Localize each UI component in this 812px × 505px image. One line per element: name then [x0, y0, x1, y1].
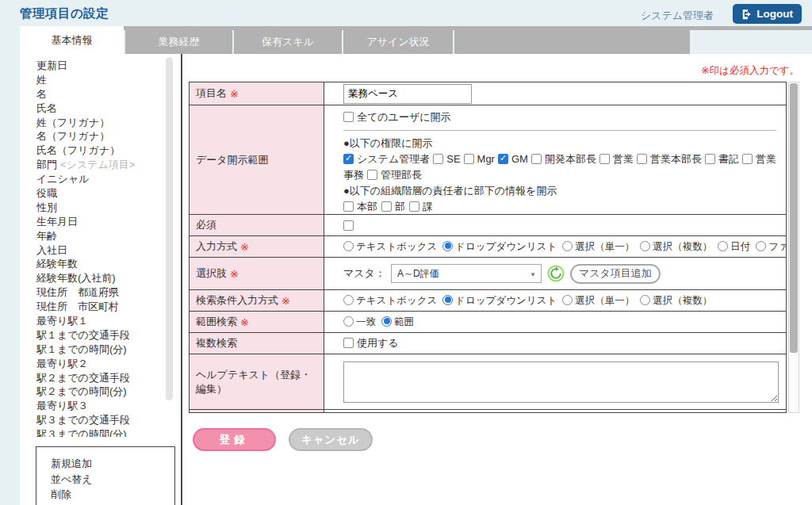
permission-option[interactable]: 書記: [705, 153, 739, 165]
checkbox[interactable]: [705, 154, 715, 164]
sidebar-item[interactable]: 経験年数(入社前): [36, 271, 162, 285]
permission-option[interactable]: GM: [498, 153, 528, 165]
sidebar-item[interactable]: 更新日: [36, 59, 162, 73]
action-item[interactable]: 並べ替え: [51, 472, 174, 488]
tab-assign-status[interactable]: アサイン状況: [343, 30, 453, 54]
sidebar-item[interactable]: 現住所 都道府県: [36, 285, 162, 300]
action-item[interactable]: 新規追加: [51, 456, 174, 472]
radio[interactable]: [640, 295, 650, 305]
radio-option[interactable]: 選択（複数）: [640, 241, 712, 252]
radio-option[interactable]: 選択（単一）: [562, 295, 634, 306]
radio-option[interactable]: ファイル: [756, 241, 787, 252]
logout-button[interactable]: Logout: [733, 4, 802, 24]
checkbox[interactable]: [343, 112, 354, 122]
checkbox[interactable]: [343, 201, 354, 212]
sidebar-item[interactable]: 名: [36, 87, 162, 101]
radio[interactable]: [442, 241, 453, 251]
radio-option[interactable]: 一致: [343, 316, 376, 327]
permission-option[interactable]: システム管理者: [343, 153, 430, 165]
sidebar-item[interactable]: 氏名（フリガナ）: [36, 143, 162, 158]
tab-basic-info[interactable]: 基本情報: [20, 26, 124, 54]
checkbox[interactable]: [498, 154, 508, 164]
checkbox[interactable]: [433, 154, 443, 164]
sidebar-item[interactable]: 駅２までの時間(分): [36, 384, 162, 399]
cancel-button[interactable]: キャンセル: [289, 428, 373, 451]
main-scrollbar[interactable]: [788, 82, 799, 413]
sidebar-item[interactable]: 経験年数: [36, 257, 162, 271]
permission-option[interactable]: 営業本部長: [637, 153, 702, 165]
permission-option[interactable]: 営業: [599, 153, 634, 165]
help-text-input[interactable]: [343, 362, 779, 403]
sidebar-item[interactable]: 名（フリガナ）: [36, 129, 162, 143]
item-name-input[interactable]: [343, 84, 472, 104]
tab-skills[interactable]: 保有スキル: [234, 30, 342, 54]
sidebar-item[interactable]: 最寄り駅１: [36, 314, 162, 328]
radio[interactable]: [343, 295, 354, 305]
tab-work-history[interactable]: 業務経歴: [125, 30, 232, 54]
checkbox[interactable]: [343, 154, 354, 164]
sidebar-item[interactable]: イニシャル: [36, 172, 162, 186]
sidebar-item[interactable]: 姓: [36, 73, 162, 87]
sidebar-item[interactable]: 最寄り駅３: [36, 399, 162, 413]
permission-option[interactable]: 開発本部長: [531, 153, 596, 165]
action-item[interactable]: 削除項目の復元: [51, 503, 174, 505]
radio[interactable]: [756, 241, 766, 251]
radio-option[interactable]: ドロップダウンリスト: [442, 241, 557, 252]
sidebar-item[interactable]: 駅１までの時間(分): [36, 342, 162, 357]
sidebar-item[interactable]: 駅３までの交通手段: [36, 413, 162, 427]
radio-option[interactable]: 選択（複数）: [640, 295, 712, 306]
sidebar-item[interactable]: 年齢: [36, 229, 162, 243]
radio[interactable]: [343, 316, 354, 327]
refresh-icon[interactable]: [547, 265, 565, 282]
action-item[interactable]: 削除: [51, 487, 174, 503]
checkbox[interactable]: [464, 154, 474, 164]
sidebar-item[interactable]: 部門<システム項目>: [36, 158, 162, 172]
checkbox[interactable]: [381, 201, 392, 212]
radio[interactable]: [718, 241, 728, 251]
submit-button[interactable]: 登録: [193, 428, 276, 451]
add-master-button[interactable]: マスタ項目追加: [570, 264, 661, 284]
checkbox[interactable]: [343, 338, 354, 348]
sidebar-item[interactable]: 駅３までの時間(分): [36, 427, 162, 437]
radio[interactable]: [562, 241, 573, 251]
radio-option[interactable]: ドロップダウンリスト: [442, 295, 557, 306]
sidebar-item[interactable]: 駅１までの交通手段: [36, 328, 162, 342]
checkbox[interactable]: [409, 201, 419, 212]
org-option[interactable]: 課: [409, 201, 433, 212]
sidebar-item[interactable]: 現住所 市区町村: [36, 300, 162, 314]
radio[interactable]: [343, 241, 354, 251]
multi-search-option[interactable]: 使用する: [343, 337, 399, 349]
org-option[interactable]: 部: [381, 201, 405, 212]
radio-option[interactable]: 選択（単一）: [562, 241, 634, 252]
radio[interactable]: [381, 316, 392, 327]
checkbox[interactable]: [742, 154, 753, 164]
permission-option[interactable]: Mgr: [464, 153, 495, 165]
all-users-option[interactable]: 全てのユーザに開示: [343, 111, 451, 123]
checkbox[interactable]: [637, 154, 647, 164]
required-checkbox[interactable]: [343, 220, 354, 231]
radio-option[interactable]: テキストボックス: [343, 241, 437, 252]
permission-option[interactable]: SE: [433, 153, 460, 165]
sidebar-item[interactable]: 最寄り駅２: [36, 357, 162, 371]
sidebar-item[interactable]: 役職: [36, 186, 162, 201]
sidebar-item[interactable]: 生年月日: [36, 215, 162, 229]
org-option[interactable]: 本部: [343, 201, 377, 212]
radio-option[interactable]: 日付: [718, 241, 750, 252]
checkbox[interactable]: [531, 154, 542, 164]
master-select[interactable]: A～D評価 ▼: [391, 264, 542, 283]
checkbox[interactable]: [367, 170, 377, 180]
main-scrollbar-thumb[interactable]: [790, 83, 798, 353]
radio-option[interactable]: テキストボックス: [343, 295, 437, 306]
sidebar-scrollbar[interactable]: [166, 57, 173, 400]
sidebar-item[interactable]: 性別: [36, 201, 162, 215]
checkbox[interactable]: [599, 154, 610, 164]
permission-option[interactable]: 管理部長: [367, 169, 422, 181]
sidebar-item[interactable]: 姓（フリガナ）: [36, 116, 162, 130]
sidebar-item[interactable]: 氏名: [36, 101, 162, 116]
radio[interactable]: [562, 295, 573, 305]
radio[interactable]: [640, 241, 650, 251]
sidebar-item[interactable]: 駅２までの交通手段: [36, 371, 162, 385]
radio[interactable]: [442, 295, 453, 305]
sidebar-item[interactable]: 入社日: [36, 243, 162, 258]
radio-option[interactable]: 範囲: [381, 316, 414, 327]
